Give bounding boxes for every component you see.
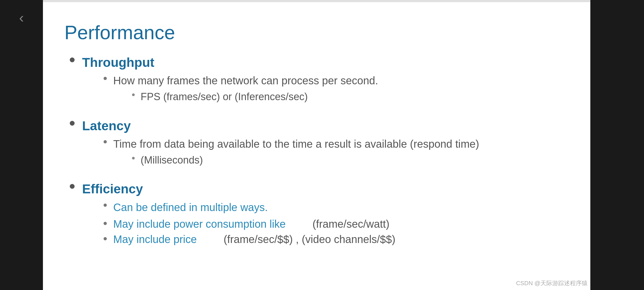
- latency-dot: [70, 121, 75, 126]
- latency-label: Latency: [82, 118, 479, 134]
- throughput-sub-sub: FPS (frames/sec) or (Inferences/sec): [113, 90, 378, 104]
- throughput-label: Throughput: [82, 54, 378, 71]
- efficiency-sub-1: Can be defined in multiple ways.: [104, 200, 396, 215]
- throughput-bullet: Throughput How many frames the network c…: [70, 54, 569, 110]
- latency-ms-text: (Milliseconds): [141, 153, 203, 167]
- slide-title: Performance: [64, 21, 569, 44]
- latency-ms-bullet: (Milliseconds): [132, 153, 479, 167]
- throughput-sub-1-text: How many frames the network can process …: [113, 73, 378, 88]
- throughput-dot: [70, 57, 75, 62]
- efficiency-label: Efficiency: [82, 181, 396, 197]
- efficiency-sub-3: May include price (frame/sec/$$) , (vide…: [104, 233, 396, 245]
- back-button[interactable]: ‹: [19, 11, 24, 25]
- efficiency-bullet: Efficiency Can be defined in multiple wa…: [70, 181, 569, 248]
- efficiency-sub-3-dot: [104, 237, 107, 240]
- slide-container: Performance Throughput How many frames t…: [43, 0, 590, 290]
- latency-sub-1-dot: [104, 140, 107, 143]
- right-panel: [590, 0, 644, 290]
- throughput-fps-dot: [132, 93, 135, 96]
- efficiency-sub-1-text: Can be defined in multiple ways.: [113, 200, 268, 215]
- latency-bullet: Latency Time from data being available t…: [70, 118, 569, 173]
- latency-ms-dot: [132, 157, 135, 160]
- latency-sub-1-text: Time from data being available to the ti…: [113, 136, 479, 151]
- throughput-sub-bullets: How many frames the network can process …: [82, 73, 378, 106]
- efficiency-sub-3-label: May include price: [113, 233, 197, 245]
- left-panel: ‹: [0, 0, 43, 290]
- efficiency-sub-2-inline: May include power consumption like (fram…: [113, 218, 389, 230]
- efficiency-dot: [70, 184, 75, 189]
- efficiency-sub-2: May include power consumption like (fram…: [104, 218, 396, 230]
- efficiency-sub-2-label: May include power consumption like: [113, 218, 286, 230]
- throughput-sub-1: How many frames the network can process …: [104, 73, 378, 106]
- efficiency-sub-bullets: Can be defined in multiple ways. May inc…: [82, 200, 396, 245]
- watermark: CSDN @天际游踪述程序猿: [516, 279, 588, 287]
- content-area: Throughput How many frames the network c…: [64, 54, 569, 249]
- efficiency-sub-3-inline: May include price (frame/sec/$$) , (vide…: [113, 233, 396, 245]
- efficiency-sub-3-value: (frame/sec/$$) , (video channels/$$): [224, 233, 395, 245]
- throughput-fps-bullet: FPS (frames/sec) or (Inferences/sec): [132, 90, 378, 104]
- latency-sub-sub: (Milliseconds): [113, 153, 479, 167]
- slide-top-bar: [43, 0, 590, 2]
- efficiency-sub-1-dot: [104, 204, 107, 207]
- throughput-fps-text: FPS (frames/sec) or (Inferences/sec): [141, 90, 308, 104]
- efficiency-sub-2-value: (frame/sec/watt): [313, 218, 390, 230]
- latency-sub-bullets: Time from data being available to the ti…: [82, 136, 479, 169]
- efficiency-sub-2-dot: [104, 222, 107, 225]
- throughput-sub-1-dot: [104, 77, 107, 80]
- latency-sub-1: Time from data being available to the ti…: [104, 136, 479, 169]
